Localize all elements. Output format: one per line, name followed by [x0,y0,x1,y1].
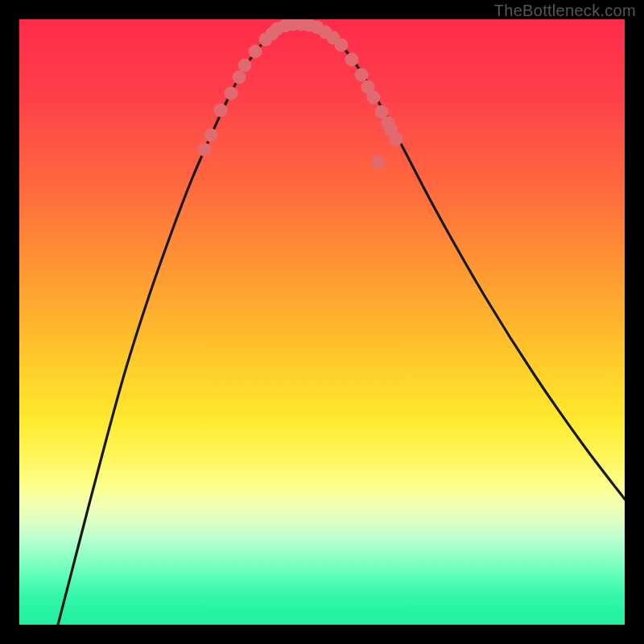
curve-marker [238,59,252,72]
watermark-text: TheBottleneck.com [494,2,636,20]
curve-marker [214,104,228,118]
marker-layer [198,19,403,169]
curve-marker [367,91,381,105]
curve-marker [198,143,212,157]
chart-stage: TheBottleneck.com [0,0,644,644]
curve-marker [335,39,349,52]
bottleneck-curve [58,23,625,625]
curve-marker [372,155,386,169]
chart-svg [19,19,625,625]
curve-marker [233,71,246,85]
plot-area [19,19,625,625]
curve-marker [390,133,403,147]
curve-marker [204,129,218,142]
curve-marker [345,53,359,67]
curve-marker [355,68,369,82]
curve-marker [225,87,238,101]
curve-marker [249,45,262,59]
